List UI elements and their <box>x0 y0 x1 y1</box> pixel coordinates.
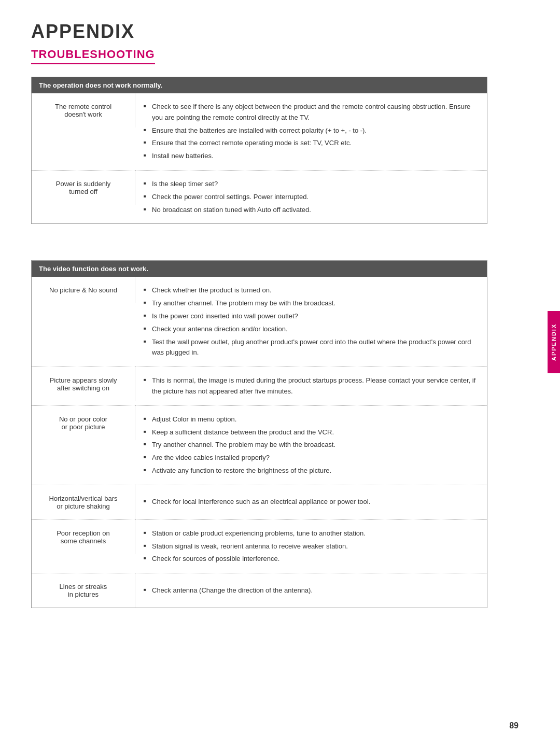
list-item: Test the wall power outlet, plug another… <box>144 336 479 360</box>
table1-header: The operation does not work normally. <box>32 77 487 94</box>
row-label: No picture & No sound <box>32 277 135 303</box>
appendix-sidetab: APPENDIX <box>548 311 560 373</box>
list-item: Is the sleep timer set? <box>144 178 479 191</box>
row-label: Lines or streaksin pictures <box>32 573 135 608</box>
row-label: No or poor coloror poor picture <box>32 406 135 440</box>
list-item: Check the power control settings. Power … <box>144 191 479 204</box>
table2-header: The video function does not work. <box>32 261 487 277</box>
page-title: APPENDIX <box>31 21 487 43</box>
list-item: Check your antenna direction and/or loca… <box>144 323 479 336</box>
table-row: No picture & No soundCheck whether the p… <box>32 277 487 367</box>
table-operation: The operation does not work normally. Th… <box>31 77 487 224</box>
row-content: This is normal, the image is muted durin… <box>135 367 487 406</box>
list-item: Station signal is weak, reorient antenna… <box>144 540 479 553</box>
row-label: Horizontal/vertical barsor picture shaki… <box>32 485 135 519</box>
list-item: Ensure that the correct remote operating… <box>144 137 479 150</box>
list-item: Check to see if there is any object betw… <box>144 101 479 124</box>
row-content: Check for local interference such as an … <box>135 485 487 519</box>
list-item: Adjust Color in menu option. <box>144 413 479 426</box>
list-item: Check for sources of possible interferen… <box>144 553 479 566</box>
row-content: Station or cable product experiencing pr… <box>135 519 487 573</box>
list-item: Are the video cables installed properly? <box>144 452 479 465</box>
list-item: Check antenna (Change the direction of t… <box>144 584 479 597</box>
list-item: Activate any function to restore the bri… <box>144 465 479 477</box>
row-label: Power is suddenlyturned off <box>32 171 135 205</box>
table-row: Horizontal/vertical barsor picture shaki… <box>32 485 487 519</box>
table-row: No or poor coloror poor pictureAdjust Co… <box>32 405 487 485</box>
row-content: Check to see if there is any object betw… <box>135 93 487 170</box>
list-item: Station or cable product experiencing pr… <box>144 527 479 540</box>
list-item: No broadcast on station tuned with Auto … <box>144 204 479 217</box>
table-video: The video function does not work. No pic… <box>31 260 487 608</box>
row-content: Is the sleep timer set?Check the power c… <box>135 170 487 223</box>
row-content: Adjust Color in menu option.Keep a suffi… <box>135 405 487 485</box>
list-item: Check for local interference such as an … <box>144 496 479 509</box>
row-content: Check whether the product is turned on.T… <box>135 277 487 367</box>
list-item: Check whether the product is turned on. <box>144 284 479 297</box>
section-heading: TROUBLESHOOTING <box>31 48 155 64</box>
row-content: Check antenna (Change the direction of t… <box>135 573 487 608</box>
list-item: Install new batteries. <box>144 150 479 163</box>
list-item: Keep a sufficient distance between the p… <box>144 426 479 439</box>
page-number: 89 <box>509 721 519 730</box>
table-row: Poor reception onsome channelsStation or… <box>32 519 487 573</box>
list-item: Ensure that the batteries are installed … <box>144 124 479 137</box>
list-item: This is normal, the image is muted durin… <box>144 374 479 398</box>
list-item: Try another channel. The problem may be … <box>144 439 479 452</box>
table-row: The remote controldoesn't workCheck to s… <box>32 93 487 170</box>
list-item: Try another channel. The problem may be … <box>144 297 479 310</box>
table-row: Lines or streaksin picturesCheck antenna… <box>32 573 487 608</box>
table-row: Power is suddenlyturned offIs the sleep … <box>32 170 487 223</box>
page-content: APPENDIX TROUBLESHOOTING The operation d… <box>0 0 519 660</box>
row-label: Picture appears slowlyafter switching on <box>32 367 135 401</box>
row-label: The remote controldoesn't work <box>32 93 135 128</box>
table-row: Picture appears slowlyafter switching on… <box>32 367 487 406</box>
row-label: Poor reception onsome channels <box>32 520 135 554</box>
list-item: Is the power cord inserted into wall pow… <box>144 310 479 323</box>
